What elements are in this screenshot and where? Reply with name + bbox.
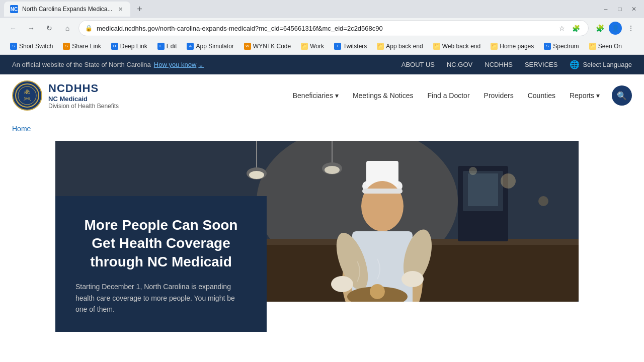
bookmark-label: Short Switch bbox=[19, 43, 53, 50]
top-nav-ncdhhs[interactable]: NCDHHS bbox=[485, 61, 513, 68]
dropdown-chevron-icon: ⌄ bbox=[198, 61, 204, 68]
nav-providers[interactable]: Providers bbox=[478, 87, 520, 104]
bookmark-icon: S bbox=[10, 43, 17, 50]
bookmark-icon: E bbox=[157, 43, 165, 50]
dropdown-arrow-icon: ▾ bbox=[335, 92, 339, 100]
bookmark-spectrum[interactable]: S Spectrum bbox=[540, 41, 583, 52]
bookmark-seen-on[interactable]: 📁 Seen On bbox=[585, 41, 626, 52]
bookmark-icon: T bbox=[334, 43, 341, 50]
top-nav-about-us[interactable]: ABOUT US bbox=[401, 61, 435, 68]
lock-icon: 🔒 bbox=[85, 25, 93, 32]
how-you-know-link[interactable]: How you know ⌄ bbox=[154, 61, 204, 68]
svg-point-17 bbox=[331, 276, 353, 292]
tab-close-button[interactable]: ✕ bbox=[116, 5, 124, 13]
bookmark-home-pages[interactable]: 📁 Home pages bbox=[487, 41, 538, 52]
tab-favicon: NC bbox=[10, 5, 18, 13]
bookmarks-bar: S Short Switch S Share Link D Deep Link … bbox=[0, 38, 644, 54]
logo-org-name: NCDHHS bbox=[48, 82, 119, 95]
svg-point-0 bbox=[16, 84, 39, 107]
svg-point-4 bbox=[26, 89, 29, 93]
language-selector[interactable]: 🌐 Select Language bbox=[570, 60, 632, 69]
bookmark-label: Edit bbox=[167, 43, 177, 50]
window-controls: – □ ✕ bbox=[600, 3, 640, 15]
bookmark-icon: S bbox=[63, 43, 70, 50]
globe-icon: 🌐 bbox=[570, 60, 580, 69]
refresh-button[interactable]: ↻ bbox=[42, 21, 56, 35]
close-button[interactable]: ✕ bbox=[628, 3, 640, 15]
bookmark-edit[interactable]: E Edit bbox=[153, 41, 181, 52]
top-nav-services[interactable]: SERVICES bbox=[525, 61, 558, 68]
lang-label: Select Language bbox=[583, 61, 632, 68]
bookmark-app-back-end[interactable]: 📁 App back end bbox=[373, 41, 427, 52]
bookmark-label: Seen On bbox=[598, 43, 622, 50]
bookmark-icon: 📁 bbox=[491, 43, 498, 50]
bookmark-web-back-end[interactable]: 📁 Web back end bbox=[429, 41, 485, 52]
top-bar-right-nav: ABOUT US NC.GOV NCDHHS SERVICES 🌐 Select… bbox=[401, 60, 632, 69]
bookmark-icon: 📁 bbox=[433, 43, 440, 50]
address-actions: ☆ 🧩 bbox=[556, 22, 582, 34]
svg-point-18 bbox=[401, 271, 424, 287]
bookmark-icon: D bbox=[111, 43, 118, 50]
hero-title: More People Can Soon Get Health Coverage… bbox=[75, 216, 247, 271]
bookmark-icon: S bbox=[544, 43, 551, 50]
new-tab-button[interactable]: + bbox=[132, 2, 146, 16]
search-button[interactable]: 🔍 bbox=[612, 85, 632, 106]
nav-meetings-notices[interactable]: Meetings & Notices bbox=[347, 87, 420, 104]
url-text: medicaid.ncdhhs.gov/north-carolina-expan… bbox=[97, 25, 552, 32]
bookmark-label: Home pages bbox=[500, 43, 534, 50]
nav-find-doctor[interactable]: Find a Doctor bbox=[422, 87, 476, 104]
bookmark-short-switch[interactable]: S Short Switch bbox=[6, 41, 57, 52]
svg-point-32 bbox=[469, 167, 477, 175]
bookmark-label: Share Link bbox=[72, 43, 101, 50]
bookmark-deep-link[interactable]: D Deep Link bbox=[107, 41, 151, 52]
back-button[interactable]: ← bbox=[6, 21, 20, 35]
svg-point-20 bbox=[370, 284, 385, 299]
top-nav-nc-gov[interactable]: NC.GOV bbox=[447, 61, 472, 68]
bookmark-work[interactable]: 📁 Work bbox=[297, 41, 328, 52]
bookmark-label: App back end bbox=[386, 43, 423, 50]
more-menu[interactable]: ⋮ bbox=[624, 21, 638, 35]
extensions-puzzle[interactable]: 🧩 bbox=[593, 21, 607, 35]
hero-subtitle: Starting December 1, North Carolina is e… bbox=[75, 281, 247, 315]
main-nav: Beneficiaries ▾ Meetings & Notices Find … bbox=[287, 85, 632, 106]
breadcrumb-home[interactable]: Home bbox=[12, 125, 31, 133]
bookmark-label: Web back end bbox=[442, 43, 481, 50]
home-button[interactable]: ⌂ bbox=[60, 21, 74, 35]
bookmark-share-link[interactable]: S Share Link bbox=[59, 41, 105, 52]
main-header: NC SEAL NCDHHS NC Medicaid Division of H… bbox=[0, 74, 644, 117]
bookmark-twitsters[interactable]: T Twitsters bbox=[330, 41, 371, 52]
official-text: An official website of the State of Nort… bbox=[12, 61, 151, 68]
bookmark-wyntk-code[interactable]: W WYNTK Code bbox=[240, 41, 295, 52]
bookmark-label: Spectrum bbox=[553, 43, 579, 50]
forward-button[interactable]: → bbox=[24, 21, 38, 35]
bookmark-label: App Simulator bbox=[196, 43, 233, 50]
extensions-button[interactable]: 🧩 bbox=[570, 22, 582, 34]
bookmark-star[interactable]: ☆ bbox=[556, 22, 568, 34]
hero-section: More People Can Soon Get Health Coverage… bbox=[0, 141, 644, 332]
address-bar-row: ← → ↻ ⌂ 🔒 medicaid.ncdhhs.gov/north-caro… bbox=[0, 18, 644, 38]
profile-avatar[interactable]: 👤 bbox=[609, 22, 622, 35]
browser-titlebar: NC North Carolina Expands Medica... ✕ + … bbox=[0, 0, 644, 18]
nav-reports[interactable]: Reports ▾ bbox=[564, 87, 606, 104]
logo-seal: NC SEAL bbox=[12, 80, 42, 111]
page-content: An official website of the State of Nort… bbox=[0, 55, 644, 332]
logo-line2: Division of Health Benefits bbox=[48, 103, 119, 110]
browser-chrome: NC North Carolina Expands Medica... ✕ + … bbox=[0, 0, 644, 55]
address-bar[interactable]: 🔒 medicaid.ncdhhs.gov/north-carolina-exp… bbox=[78, 20, 589, 36]
search-icon: 🔍 bbox=[617, 91, 627, 101]
logo-area: NC SEAL NCDHHS NC Medicaid Division of H… bbox=[12, 80, 119, 111]
breadcrumb: Home bbox=[0, 117, 644, 141]
bookmark-app-simulator[interactable]: A App Simulator bbox=[183, 41, 237, 52]
bookmark-icon: 📁 bbox=[377, 43, 384, 50]
nav-counties[interactable]: Counties bbox=[522, 87, 561, 104]
bookmark-label: Deep Link bbox=[120, 43, 147, 50]
active-tab[interactable]: NC North Carolina Expands Medica... ✕ bbox=[4, 2, 130, 17]
svg-rect-23 bbox=[468, 173, 498, 206]
top-bar: An official website of the State of Nort… bbox=[0, 55, 644, 74]
nc-seal-svg: NC SEAL bbox=[15, 83, 40, 108]
svg-point-30 bbox=[501, 173, 516, 189]
minimize-button[interactable]: – bbox=[600, 3, 612, 15]
nav-beneficiaries[interactable]: Beneficiaries ▾ bbox=[287, 87, 345, 104]
maximize-button[interactable]: □ bbox=[614, 3, 626, 15]
svg-point-29 bbox=[325, 166, 340, 174]
